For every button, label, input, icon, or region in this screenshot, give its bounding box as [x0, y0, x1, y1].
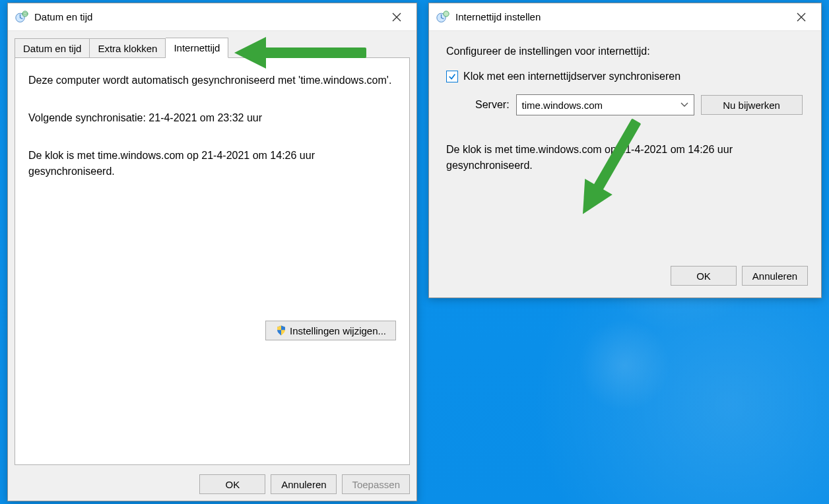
sync-checkbox[interactable]: [446, 71, 458, 82]
sync-checkbox-label: Klok met een internettijdserver synchron…: [463, 71, 680, 82]
tab-internettijd[interactable]: Internettijd: [166, 38, 228, 58]
intro-text: Configureer de instellingen voor interne…: [446, 46, 804, 57]
dialog-footer: OK Annuleren Toepassen: [15, 474, 410, 494]
tab-datum-en-tijd[interactable]: Datum en tijd: [15, 38, 90, 58]
ok-button[interactable]: OK: [199, 474, 265, 494]
next-sync-text: Volgende synchronisatie: 21-4-2021 om 23…: [28, 110, 396, 125]
close-icon[interactable]: [785, 4, 817, 30]
svg-point-7: [444, 11, 449, 16]
window-title: Internettijd instellen: [455, 11, 541, 22]
dialog-footer: OK Annuleren: [671, 266, 808, 286]
ok-button[interactable]: OK: [671, 266, 737, 286]
window-title: Datum en tijd: [34, 11, 92, 22]
server-label: Server:: [475, 99, 510, 111]
server-combobox-value: time.windows.com: [522, 100, 603, 111]
clock-globe-icon: [15, 10, 29, 24]
titlebar[interactable]: Datum en tijd: [8, 3, 416, 31]
svg-point-3: [22, 11, 28, 16]
server-combobox[interactable]: time.windows.com: [516, 94, 694, 115]
sync-description: Deze computer wordt automatisch gesynchr…: [28, 73, 396, 88]
date-time-window: Datum en tijd Datum en tijd Extra klokke…: [7, 3, 417, 501]
shield-icon: [275, 325, 287, 336]
cancel-button[interactable]: Annuleren: [742, 266, 808, 286]
update-now-button[interactable]: Nu bijwerken: [701, 95, 803, 115]
internet-time-settings-window: Internettijd instellen Configureer de in…: [428, 3, 822, 298]
cancel-button[interactable]: Annuleren: [271, 474, 337, 494]
close-icon[interactable]: [381, 4, 413, 30]
apply-button[interactable]: Toepassen: [342, 474, 410, 494]
change-settings-label: Instellingen wijzigen...: [290, 325, 386, 336]
titlebar[interactable]: Internettijd instellen: [429, 3, 821, 31]
chevron-down-icon: [680, 100, 688, 110]
tab-extra-klokken[interactable]: Extra klokken: [90, 38, 166, 58]
last-sync-text: De klok is met time.windows.com op 21-4-…: [28, 148, 396, 178]
change-settings-button[interactable]: Instellingen wijzigen...: [265, 321, 396, 340]
tab-panel-internettijd: Deze computer wordt automatisch gesynchr…: [15, 57, 410, 465]
clock-globe-icon: [436, 10, 450, 24]
sync-status-text: De klok is met time.windows.com op 21-4-…: [446, 142, 789, 173]
tabstrip: Datum en tijd Extra klokken Internettijd: [8, 31, 416, 57]
